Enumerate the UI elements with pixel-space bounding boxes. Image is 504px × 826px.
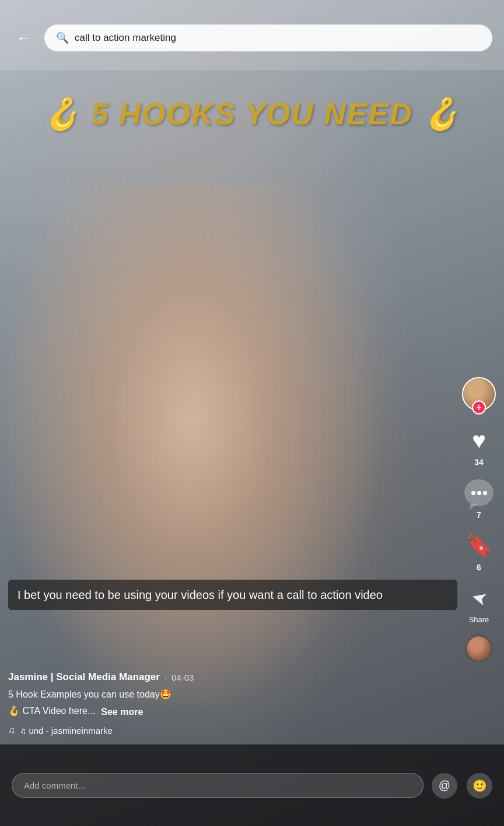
music-note-icon: ♫ — [8, 725, 15, 736]
description-row2: 🪝 CTA Video here... See more — [8, 704, 457, 720]
comment-dots — [471, 491, 487, 495]
description-line2: 🪝 CTA Video here... — [8, 704, 95, 718]
share-label: Share — [469, 615, 489, 624]
creator-username[interactable]: Jasmine | Social Media Manager — [8, 671, 160, 683]
at-icon: @ — [439, 779, 450, 792]
video-title-text: 🪝 5 HOOKS YOU NEED 🪝 — [12, 96, 492, 132]
like-button[interactable]: ♥ 34 — [464, 425, 494, 467]
emoji-icon: 🙂 — [473, 779, 487, 793]
see-more-button[interactable]: See more — [101, 707, 143, 717]
music-avatar[interactable] — [465, 635, 493, 663]
search-bar: ← 🔍 call to action marketing — [0, 0, 504, 70]
bottom-info: Jasmine | Social Media Manager · 04-03 5… — [8, 671, 457, 736]
video-date-value: 04-03 — [172, 672, 194, 682]
follow-plus-badge[interactable]: + — [472, 400, 486, 414]
share-icon: ➤ — [464, 583, 494, 613]
search-icon: 🔍 — [56, 32, 69, 44]
video-date: · — [164, 672, 167, 682]
heart-icon: ♥ — [464, 425, 494, 455]
right-sidebar: + ♥ 34 7 🔖 6 ➤ Share — [462, 377, 496, 663]
comment-input[interactable]: Add comment... — [12, 773, 424, 798]
comment-button[interactable]: 7 — [464, 478, 494, 520]
search-value: call to action marketing — [75, 32, 176, 44]
bookmark-button[interactable]: 🔖 6 — [464, 530, 494, 572]
bottom-icons: @ 🙂 — [432, 773, 492, 799]
caption-text: I bet you need to be using your videos i… — [8, 580, 457, 610]
like-count: 34 — [474, 458, 484, 467]
search-input-wrapper[interactable]: 🔍 call to action marketing — [44, 25, 492, 51]
description-line1: 5 Hook Examples you can use today🤩 — [8, 688, 457, 702]
person-overlay — [0, 184, 504, 709]
emoji-button[interactable]: 🙂 — [467, 773, 492, 799]
at-mention-button[interactable]: @ — [432, 773, 457, 799]
share-button[interactable]: ➤ Share — [464, 583, 494, 624]
creator-avatar-wrapper[interactable]: + — [462, 377, 496, 411]
bookmark-count: 6 — [477, 563, 481, 572]
caption-overlay: I bet you need to be using your videos i… — [8, 580, 457, 610]
back-button[interactable]: ← — [12, 27, 36, 50]
comment-count: 7 — [477, 510, 481, 520]
bookmark-icon: 🔖 — [464, 530, 494, 560]
music-avatar-image — [467, 636, 491, 661]
username-row: Jasmine | Social Media Manager · 04-03 — [8, 671, 457, 683]
music-row: ♫ ♫ und - jasmineinmarke — [8, 725, 457, 736]
bottom-bar: Add comment... @ 🙂 — [0, 744, 504, 826]
comment-icon — [464, 478, 494, 508]
video-title-area: 🪝 5 HOOKS YOU NEED 🪝 — [0, 90, 504, 138]
music-text[interactable]: ♫ und - jasmineinmarke — [20, 726, 113, 736]
